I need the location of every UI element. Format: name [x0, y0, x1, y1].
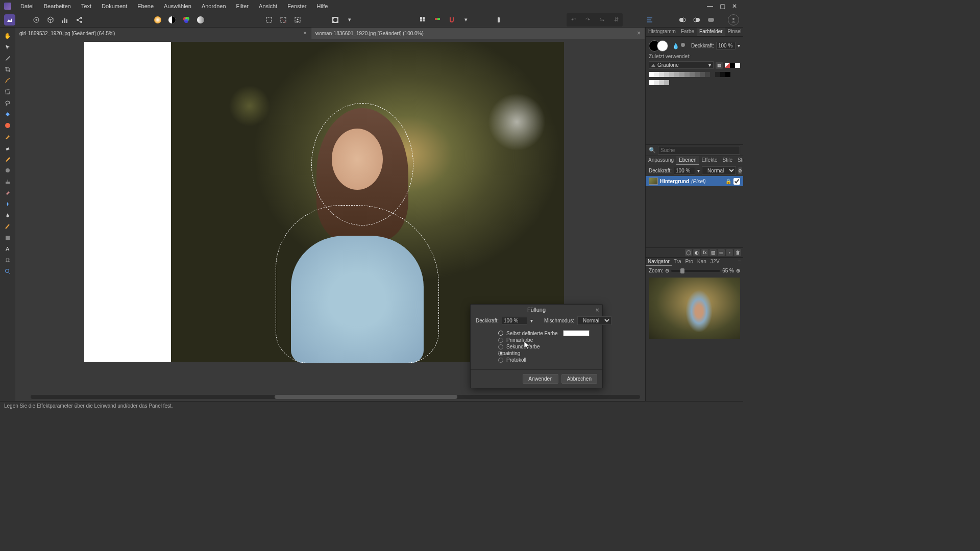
gray-swatch[interactable] — [654, 80, 659, 85]
share-icon[interactable] — [74, 14, 85, 26]
navigator-thumbnail[interactable] — [649, 278, 740, 339]
menu-hilfe[interactable]: Hilfe — [312, 2, 332, 11]
menu-auswaehlen[interactable]: Auswählen — [160, 2, 195, 11]
color-swatch[interactable] — [563, 330, 590, 336]
text-tool[interactable]: A — [2, 244, 13, 254]
cancel-button[interactable]: Abbrechen — [561, 374, 597, 384]
menu-text[interactable]: Text — [77, 2, 95, 11]
flip-v-icon[interactable]: ⇵ — [610, 14, 622, 26]
close-window-button[interactable]: ✕ — [730, 2, 739, 10]
panel-menu-icon[interactable]: ≡ — [736, 258, 743, 266]
persona-photo-button[interactable] — [4, 14, 15, 26]
radio-custom-color[interactable]: Selbst definierte Farbe — [498, 330, 597, 337]
target-icon[interactable] — [31, 14, 42, 26]
swatch-preset-select[interactable]: Grautöne ▾ — [649, 61, 714, 69]
gray-swatch[interactable] — [659, 80, 664, 85]
align-icon[interactable] — [644, 14, 655, 26]
info-icon[interactable] — [493, 14, 504, 26]
zoom-tool[interactable] — [2, 266, 13, 277]
tab-ebenen[interactable]: Ebenen — [676, 156, 699, 165]
layer-item[interactable]: Hintergrund (Pixel) 🔒 — [646, 176, 743, 186]
gray-swatch[interactable] — [674, 72, 679, 77]
rgb-circle-icon[interactable] — [181, 14, 192, 26]
flag-icon[interactable] — [432, 14, 443, 26]
tab-pinsel[interactable]: Pinsel — [725, 28, 743, 36]
circle-overlap-icon-2[interactable] — [691, 14, 702, 26]
clone-tool[interactable] — [2, 177, 13, 187]
circle-overlap-icon-1[interactable] — [677, 14, 688, 26]
gray-swatch[interactable] — [669, 72, 674, 77]
fg-bg-colors[interactable] — [649, 40, 668, 52]
gray-swatch[interactable] — [705, 72, 710, 77]
zoom-out-icon[interactable]: ⊖ — [665, 268, 669, 273]
close-tab-icon[interactable]: × — [303, 30, 307, 37]
zoom-slider[interactable] — [671, 270, 720, 272]
tab-effekte[interactable]: Effekte — [699, 156, 720, 165]
radio-primary-color[interactable]: Primärfarbe — [498, 337, 597, 343]
radio-protocol[interactable]: Protokoll — [498, 357, 597, 363]
tab-document-2[interactable]: woman-1836601_1920.jpg [Geändert] (100.0… — [311, 28, 645, 39]
swatch-grid-icon[interactable]: ▦ — [716, 62, 723, 69]
gray-swatch[interactable] — [659, 72, 664, 77]
tab-farbfelder[interactable]: Farbfelder — [697, 28, 725, 36]
rotate-left-icon[interactable]: ↶ — [568, 14, 579, 26]
tab-pro[interactable]: Pro — [683, 258, 695, 266]
dlg-opacity-input[interactable] — [502, 317, 527, 324]
gray-swatch[interactable] — [649, 80, 654, 85]
marquee-cross-icon[interactable] — [278, 14, 289, 26]
tab-stile[interactable]: Stile — [720, 156, 734, 165]
healing-tool[interactable] — [2, 188, 13, 198]
gray-swatch[interactable] — [725, 72, 730, 77]
layer-fill-icon[interactable]: ▧ — [709, 249, 717, 256]
gray-swatch[interactable] — [690, 72, 695, 77]
magnet-icon[interactable] — [446, 14, 457, 26]
radio-inpainting[interactable]: Inpainting — [498, 350, 597, 357]
menu-bearbeiten[interactable]: Bearbeiten — [40, 2, 75, 11]
tab-kan[interactable]: Kan — [695, 258, 708, 266]
hand-tool[interactable]: ✋ — [2, 31, 13, 41]
retouch-tool[interactable] — [2, 221, 13, 232]
menu-anordnen[interactable]: Anordnen — [198, 2, 230, 11]
gray-swatch[interactable] — [720, 72, 725, 77]
search-input[interactable] — [658, 146, 740, 155]
gray-swatch[interactable] — [684, 72, 690, 77]
color-picker-tool[interactable] — [2, 53, 13, 63]
close-tab-icon[interactable]: × — [637, 30, 641, 37]
gray-swatch[interactable] — [679, 72, 684, 77]
layer-mask-icon[interactable]: ◯ — [685, 249, 692, 256]
layer-opacity-input[interactable] — [674, 167, 695, 174]
tab-anpassung[interactable]: Anpassung — [646, 156, 676, 165]
layer-fx-icon[interactable]: fx — [701, 249, 708, 256]
dropdown-arrow-icon[interactable]: ▾ — [344, 14, 355, 26]
menu-filter[interactable]: Filter — [232, 2, 253, 11]
lasso-tool[interactable] — [2, 98, 13, 108]
gray-swatch[interactable] — [695, 72, 700, 77]
color-swatch[interactable] — [730, 63, 735, 68]
dropdown-arrow-icon[interactable]: ▾ — [738, 43, 740, 48]
gray-swatch[interactable] — [700, 72, 705, 77]
horizontal-scrollbar[interactable] — [31, 395, 640, 399]
move-tool[interactable] — [2, 42, 13, 52]
gradient-tool[interactable] — [2, 120, 13, 131]
minimize-button[interactable]: — — [705, 2, 715, 10]
no-color-swatch[interactable] — [725, 63, 730, 68]
blend-mode-select[interactable]: Normal — [702, 166, 736, 175]
tab-32v[interactable]: 32V — [708, 258, 722, 266]
circle-overlap-icon-3[interactable] — [705, 14, 717, 26]
tab-navigator[interactable]: Navigator — [646, 258, 672, 266]
pen-tool[interactable] — [2, 210, 13, 220]
gradient-circle-icon[interactable] — [195, 14, 206, 26]
close-icon[interactable]: × — [595, 306, 599, 314]
dropdown-arrow-icon[interactable]: ▾ — [697, 168, 700, 173]
layer-adj-icon[interactable]: ◐ — [693, 249, 700, 256]
bw-circle-icon[interactable] — [166, 14, 178, 26]
dropdown-arrow-icon[interactable]: ▾ — [530, 318, 533, 323]
radio-secondary-color[interactable]: Sekundärfarbe — [498, 343, 597, 350]
gray-swatch[interactable] — [649, 72, 654, 77]
profile-button[interactable] — [728, 14, 739, 26]
cube-icon[interactable] — [45, 14, 56, 26]
gear-icon[interactable]: ⚙ — [738, 167, 742, 174]
grid-icon[interactable] — [418, 14, 429, 26]
pencil-tool[interactable] — [2, 154, 13, 164]
mesh-tool[interactable] — [2, 255, 13, 265]
